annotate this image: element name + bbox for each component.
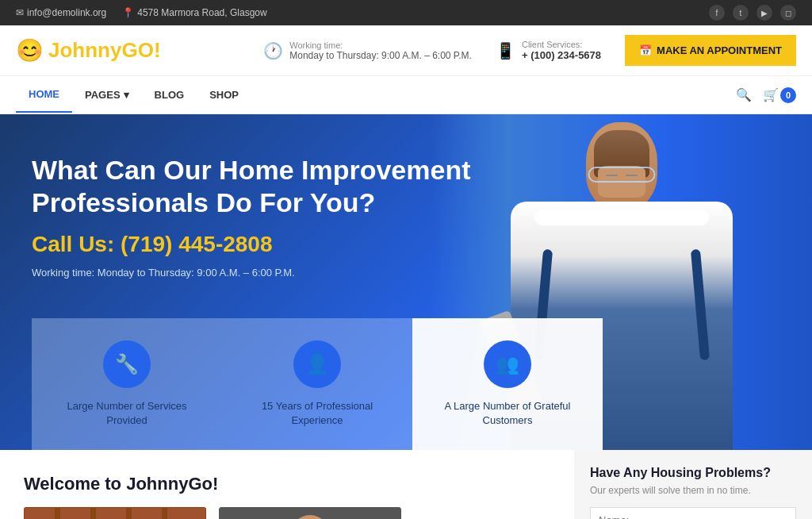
feature-icon-customers: 👥 [484, 340, 531, 388]
nav-shop-label: SHOP [209, 89, 239, 101]
logo-icon: 😊 [16, 37, 44, 63]
feature-icon-services: 🔧 [103, 340, 151, 388]
youtube-icon[interactable]: ▶ [756, 5, 772, 21]
housing-section: Have Any Housing Problems? Our experts w… [574, 450, 812, 519]
welcome-image-1 [24, 507, 206, 519]
welcome-image-2-placeholder [219, 507, 401, 519]
nav-blog[interactable]: BLOG [142, 78, 197, 112]
email-icon: ✉ [16, 7, 24, 18]
hero-section: What Can Our Home Improvement Profession… [0, 114, 812, 450]
appointment-btn-label: MAKE AN APPOINTMENT [657, 44, 782, 56]
instagram-icon[interactable]: ◻ [780, 5, 796, 21]
person-head [586, 122, 657, 210]
welcome-image-2-svg [219, 507, 401, 519]
logo[interactable]: 😊 JohnnyGO! [16, 37, 161, 63]
address-info: 📍 4578 Marmora Road, Glasgow [122, 7, 266, 18]
hero-phone: Call Us: (719) 445-2808 [32, 232, 476, 257]
location-icon: 📍 [122, 7, 134, 18]
pages-dropdown-icon: ▾ [124, 89, 129, 101]
nav-links: HOME PAGES ▾ BLOG SHOP [16, 77, 251, 113]
client-services-block: Client Services: + (100) 234-5678 [522, 40, 601, 61]
cart-button[interactable]: 🛒 [763, 87, 779, 102]
hero-subtitle: Working time: Monday to Thursday: 9:00 A… [32, 267, 476, 279]
client-services-label: Client Services: [522, 40, 601, 49]
person-shirt [534, 210, 709, 225]
working-time-info: 🕐 Working time: Monday to Thursday: 9:00… [263, 40, 472, 61]
welcome-title: Welcome to JohnnyGo! [24, 474, 550, 494]
name-input[interactable] [590, 507, 796, 519]
hero-title: What Can Our Home Improvement Profession… [32, 154, 476, 219]
housing-title: Have Any Housing Problems? [590, 466, 796, 480]
address-text: 4578 Marmora Road, Glasgow [137, 7, 266, 18]
nav-home-label: HOME [29, 88, 59, 100]
svg-rect-1 [24, 507, 56, 519]
clock-icon: 🕐 [263, 41, 283, 60]
feature-card-3: 👥 A Large Number of Grateful Customers [412, 318, 603, 450]
feature-icon-experience: 👤 [293, 340, 341, 388]
nav-home[interactable]: HOME [16, 77, 72, 113]
phone-icon: 📱 [496, 41, 515, 60]
feature-cards: 🔧 Large Number of Services Provided 👤 15… [32, 318, 780, 450]
feature-card-1: 🔧 Large Number of Services Provided [32, 318, 222, 450]
email-info: ✉ info@demolink.org [16, 7, 106, 18]
client-services-info: 📱 Client Services: + (100) 234-5678 [496, 40, 601, 61]
top-bar-left: ✉ info@demolink.org 📍 4578 Marmora Road,… [16, 7, 267, 18]
hero-content: What Can Our Home Improvement Profession… [32, 154, 476, 302]
logo-text: JohnnyGO! [48, 38, 161, 63]
cart-wrapper[interactable]: 🛒 0 [763, 87, 796, 103]
working-time-label: Working time: [289, 40, 472, 50]
header: 😊 JohnnyGO! 🕐 Working time: Monday to Th… [0, 25, 812, 76]
feature-label-3: A Large Number of Grateful Customers [428, 399, 587, 428]
top-bar: ✉ info@demolink.org 📍 4578 Marmora Road,… [0, 0, 812, 25]
welcome-image-1-placeholder [24, 507, 206, 519]
svg-rect-4 [131, 507, 163, 519]
welcome-section: Welcome to JohnnyGo! [0, 450, 574, 519]
welcome-images [24, 507, 550, 519]
email-text: info@demolink.org [27, 7, 106, 18]
nav-pages-label: PAGES [85, 89, 121, 101]
search-button[interactable]: 🔍 [736, 87, 752, 102]
svg-rect-2 [59, 507, 91, 519]
nav-pages[interactable]: PAGES ▾ [72, 78, 142, 112]
nav-blog-label: BLOG [155, 89, 185, 101]
working-time-block: Working time: Monday to Thursday: 9:00 A… [289, 40, 472, 61]
calendar-icon: 📅 [639, 44, 652, 56]
client-services-phone: + (100) 234-5678 [522, 49, 601, 61]
header-info: 🕐 Working time: Monday to Thursday: 9:00… [263, 35, 796, 66]
nav: HOME PAGES ▾ BLOG SHOP 🔍 🛒 0 [0, 76, 812, 114]
logo-name-part2: GO! [121, 38, 160, 62]
appointment-button[interactable]: 📅 MAKE AN APPOINTMENT [625, 35, 796, 66]
person-glasses [588, 167, 656, 183]
svg-rect-3 [95, 507, 127, 519]
svg-rect-5 [167, 507, 206, 519]
feature-label-2: 15 Years of Professional Experience [238, 399, 396, 428]
facebook-icon[interactable]: f [709, 5, 725, 21]
logo-name-part1: Johnny [48, 38, 121, 62]
cart-badge: 0 [780, 87, 796, 103]
twitter-icon[interactable]: t [733, 5, 749, 21]
social-links: f t ▶ ◻ [709, 5, 796, 21]
nav-icons: 🔍 🛒 0 [736, 87, 796, 103]
welcome-image-2 [219, 507, 401, 519]
housing-subtitle: Our experts will solve them in no time. [590, 485, 796, 496]
feature-card-2: 👤 15 Years of Professional Experience [222, 318, 412, 450]
welcome-image-1-svg [24, 507, 206, 519]
feature-label-1: Large Number of Services Provided [48, 399, 206, 428]
bottom-section: Welcome to JohnnyGo! [0, 450, 812, 519]
working-time-value: Monday to Thursday: 9:00 A.M. – 6:00 P.M… [289, 50, 472, 61]
nav-shop[interactable]: SHOP [197, 78, 251, 112]
